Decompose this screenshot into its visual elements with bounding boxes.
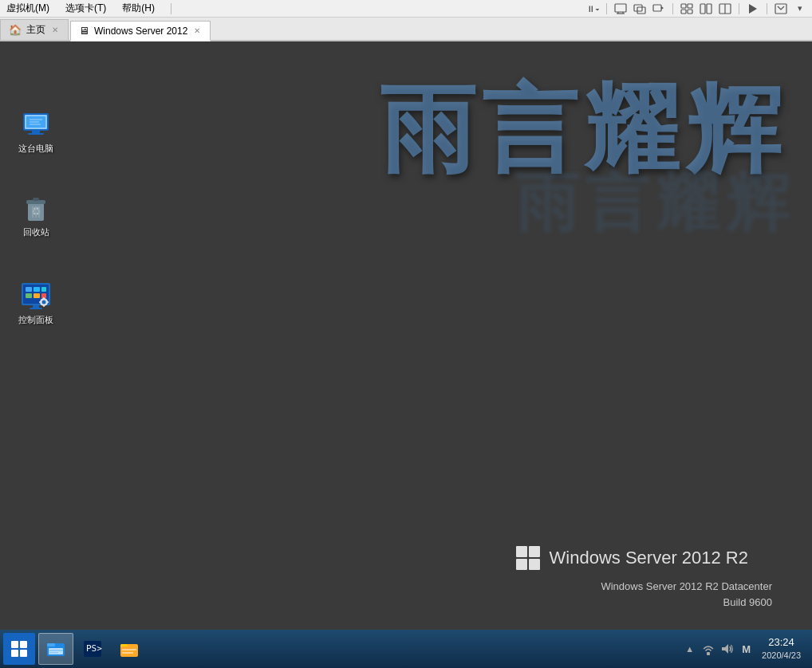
taskbar-btn-filemanager[interactable] xyxy=(112,633,147,665)
toolbar-sep-4 xyxy=(739,3,739,14)
win-pane-bl xyxy=(516,559,527,570)
toolbar-sep-5 xyxy=(767,3,767,14)
svg-rect-13 xyxy=(707,4,711,14)
pause-button[interactable]: ⏸▾ xyxy=(584,1,601,17)
bg-decorative-text: 雨言耀辉 xyxy=(380,81,788,177)
build-info: Windows Server 2012 R2 Datacenter Build … xyxy=(601,579,772,610)
start-pane-br xyxy=(20,650,27,657)
server-tab-icon: 🖥 xyxy=(79,25,89,37)
svg-rect-37 xyxy=(41,287,46,292)
build-line-2: Build 9600 xyxy=(601,595,772,611)
clock[interactable]: 23:24 2020/4/23 xyxy=(757,636,806,661)
svg-rect-9 xyxy=(688,4,692,8)
win-pane-tr xyxy=(529,546,540,557)
svg-rect-35 xyxy=(26,287,32,292)
tray-arrow-up[interactable]: ▲ xyxy=(682,642,697,655)
svg-rect-28 xyxy=(33,198,39,201)
tab-bar: 🏠 主页 ✕ 🖥 Windows Server 2012 ✕ xyxy=(0,18,812,41)
vm-icon-3[interactable] xyxy=(650,1,668,17)
svg-rect-6 xyxy=(653,5,661,11)
svg-rect-12 xyxy=(700,4,705,14)
svg-rect-53 xyxy=(49,652,58,654)
home-icon: 🏠 xyxy=(9,24,22,36)
recycle-bin-icon: ♻ xyxy=(20,192,52,224)
svg-rect-39 xyxy=(34,293,40,298)
toolbar-sep-1 xyxy=(171,3,171,14)
taskbar-btn-explorer[interactable] xyxy=(38,633,73,665)
svg-text:PS>: PS> xyxy=(86,643,102,654)
tray-network-icon[interactable] xyxy=(700,641,716,657)
tab-server[interactable]: 🖥 Windows Server 2012 ✕ xyxy=(70,21,211,41)
svg-rect-11 xyxy=(688,10,692,14)
svg-rect-17 xyxy=(775,4,786,14)
vm-icon-1[interactable] xyxy=(612,1,629,17)
svg-rect-50 xyxy=(47,643,55,646)
clock-time: 23:24 xyxy=(762,636,801,650)
svg-rect-58 xyxy=(122,652,133,654)
tab-home[interactable]: 🏠 主页 ✕ xyxy=(0,19,69,40)
menu-tab[interactable]: 选项卡(T) xyxy=(62,0,109,17)
vm-icon-5[interactable] xyxy=(697,1,715,17)
svg-rect-21 xyxy=(28,133,44,135)
vm-icon-9[interactable]: ▾ xyxy=(791,1,809,17)
menu-help[interactable]: 帮助(H) xyxy=(119,0,158,17)
toolbar-icon-group: ⏸▾ ▾ xyxy=(584,1,809,17)
svg-rect-57 xyxy=(122,649,136,650)
windows-watermark-text: Windows Server 2012 R2 xyxy=(550,548,748,568)
svg-rect-38 xyxy=(26,293,32,298)
svg-rect-42 xyxy=(30,308,42,309)
svg-rect-20 xyxy=(32,131,40,133)
menu-virtual-machine[interactable]: 虚拟机(M) xyxy=(3,0,53,17)
desktop-icon-recycle-bin[interactable]: ♻ 回收站 xyxy=(8,189,64,241)
tab-server-close[interactable]: ✕ xyxy=(192,26,202,35)
top-toolbar: 虚拟机(M) 选项卡(T) 帮助(H) ⏸▾ xyxy=(0,0,812,18)
taskbar: PS> ▲ xyxy=(0,630,812,668)
vm-icon-2[interactable] xyxy=(631,1,648,17)
start-pane-tl xyxy=(11,641,18,648)
svg-rect-52 xyxy=(49,650,63,651)
vm-icon-7[interactable] xyxy=(744,1,762,17)
bg-decorative-shadow: 雨言耀辉 xyxy=(515,161,796,247)
this-pc-icon xyxy=(20,108,52,140)
vm-icon-6[interactable] xyxy=(716,1,734,17)
taskbar-pinned-items: PS> xyxy=(38,633,147,665)
svg-rect-4 xyxy=(634,5,642,11)
desktop-icon-control-panel[interactable]: 控制面板 xyxy=(8,277,64,328)
start-pane-bl xyxy=(11,650,18,657)
desktop-icon-this-pc[interactable]: 这台电脑 xyxy=(8,105,64,157)
control-panel-icon xyxy=(20,280,52,312)
control-panel-label: 控制面板 xyxy=(18,315,53,325)
svg-rect-8 xyxy=(681,4,686,8)
svg-rect-10 xyxy=(681,10,686,14)
tab-home-close[interactable]: ✕ xyxy=(50,26,60,34)
tray-volume-icon[interactable] xyxy=(719,641,735,657)
svg-marker-7 xyxy=(661,6,664,10)
windows-watermark: Windows Server 2012 R2 xyxy=(516,546,748,570)
windows-logo-icon xyxy=(516,546,540,570)
system-tray: ▲ M 23:24 2020/4/23 xyxy=(682,636,809,661)
desktop: 雨言耀辉 雨言耀辉 这台电脑 xyxy=(0,41,812,630)
tray-input-method[interactable]: M xyxy=(739,642,754,657)
win-pane-tl xyxy=(516,546,527,557)
tab-server-label: Windows Server 2012 xyxy=(94,26,187,37)
svg-rect-36 xyxy=(34,287,40,292)
start-windows-logo xyxy=(11,641,27,657)
taskbar-btn-powershell[interactable]: PS> xyxy=(75,633,110,665)
svg-rect-59 xyxy=(707,652,710,655)
vm-icon-8[interactable] xyxy=(772,1,790,17)
start-button[interactable] xyxy=(3,633,35,665)
toolbar-sep-3 xyxy=(672,3,673,14)
start-pane-tr xyxy=(20,641,27,648)
svg-rect-41 xyxy=(33,305,39,308)
toolbar-sep-2 xyxy=(606,3,607,14)
svg-marker-16 xyxy=(749,4,757,14)
clock-date: 2020/4/23 xyxy=(762,650,801,661)
svg-point-44 xyxy=(42,301,46,305)
win-pane-br xyxy=(529,559,540,570)
recycle-bin-label: 回收站 xyxy=(23,227,49,238)
svg-rect-5 xyxy=(637,7,645,14)
this-pc-label: 这台电脑 xyxy=(18,143,53,154)
tab-home-label: 主页 xyxy=(26,23,45,37)
vm-icon-4[interactable] xyxy=(678,1,696,17)
svg-marker-60 xyxy=(722,644,728,654)
